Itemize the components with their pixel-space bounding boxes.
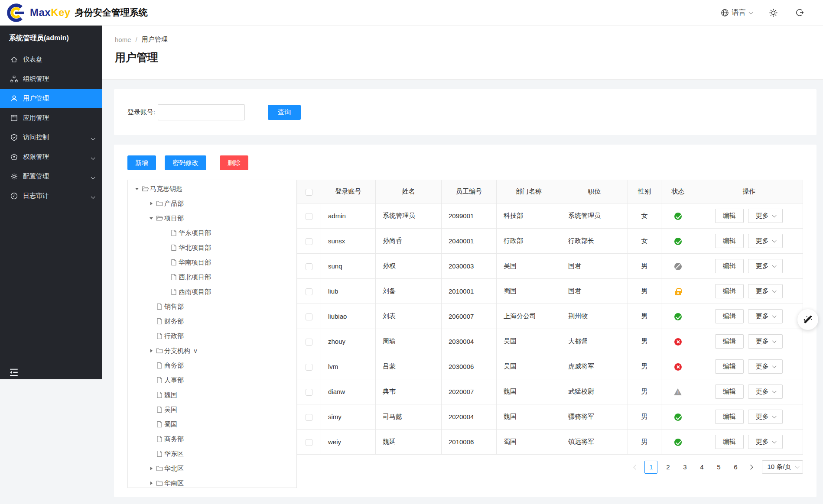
sidebar-item-audit[interactable]: 日志审计 <box>0 186 102 206</box>
row-checkbox[interactable] <box>306 263 312 270</box>
breadcrumb-home-link[interactable]: home <box>115 36 131 43</box>
edit-button[interactable]: 编辑 <box>715 359 744 374</box>
tree-node[interactable]: 人事部 <box>128 373 296 388</box>
edit-button[interactable]: 编辑 <box>715 435 744 449</box>
row-checkbox[interactable] <box>306 439 312 446</box>
more-button[interactable]: 更多 <box>748 334 783 349</box>
row-checkbox[interactable] <box>306 389 312 396</box>
tree-node[interactable]: 华东区 <box>128 446 296 461</box>
select-all-checkbox[interactable] <box>306 189 312 196</box>
sidebar-item-users[interactable]: 用户管理 <box>0 89 102 108</box>
tree-node[interactable]: 商务部 <box>128 432 296 446</box>
page-size-select[interactable]: 10 条/页 <box>762 460 803 474</box>
row-checkbox[interactable] <box>306 213 312 220</box>
tree-node[interactable]: 商务部 <box>128 358 296 373</box>
page-3-button[interactable]: 3 <box>678 461 691 474</box>
folder-open-icon <box>156 215 163 222</box>
sidebar-item-access[interactable]: 访问控制 <box>0 128 102 147</box>
magic-wand-fab-button[interactable] <box>797 309 818 330</box>
more-button[interactable]: 更多 <box>748 284 783 298</box>
tree-node[interactable]: 行政部 <box>128 329 296 343</box>
caret-down-icon[interactable] <box>132 188 142 190</box>
row-checkbox[interactable] <box>306 288 312 295</box>
edit-button[interactable]: 编辑 <box>715 384 744 399</box>
tree-node[interactable]: 销售部 <box>128 299 296 314</box>
tree-node[interactable]: 华北区 <box>128 461 296 476</box>
tree-node[interactable]: 西南项目部 <box>128 284 296 299</box>
row-checkbox[interactable] <box>306 414 312 421</box>
cell-position: 荆州牧 <box>561 304 628 329</box>
cell-actions: 编辑更多 <box>695 329 803 354</box>
row-checkbox[interactable] <box>306 339 312 346</box>
login-account-input[interactable] <box>158 104 245 120</box>
chevron-down-icon <box>772 238 776 242</box>
caret-right-icon[interactable] <box>146 349 156 352</box>
breadcrumb-current: 用户管理 <box>142 36 168 44</box>
row-checkbox[interactable] <box>306 364 312 371</box>
settings-gear-button[interactable] <box>769 8 778 17</box>
column-header: 操作 <box>695 180 803 204</box>
sidebar-item-apps[interactable]: 应用管理 <box>0 108 102 128</box>
cell-department: 行政部 <box>497 229 561 254</box>
sidebar-item-config[interactable]: 配置管理 <box>0 167 102 186</box>
tree-node[interactable]: 华南区 <box>128 476 296 488</box>
more-button[interactable]: 更多 <box>748 410 783 424</box>
more-button[interactable]: 更多 <box>748 209 783 223</box>
more-button[interactable]: 更多 <box>748 309 783 323</box>
sidebar-user-title: 系统管理员(admin) <box>0 26 102 50</box>
page-1-button[interactable]: 1 <box>644 461 657 474</box>
edit-button[interactable]: 编辑 <box>715 234 744 248</box>
row-checkbox[interactable] <box>306 313 312 320</box>
edit-button[interactable]: 编辑 <box>715 259 744 273</box>
more-button[interactable]: 更多 <box>748 384 783 399</box>
edit-button[interactable]: 编辑 <box>715 309 744 323</box>
language-selector[interactable]: 语言 <box>721 8 752 17</box>
edit-button[interactable]: 编辑 <box>715 209 744 223</box>
page-2-button[interactable]: 2 <box>661 461 674 474</box>
change-password-button[interactable]: 密码修改 <box>165 155 206 170</box>
caret-right-icon[interactable] <box>146 467 156 470</box>
sidebar-item-permissions[interactable]: 权限管理 <box>0 147 102 167</box>
tree-node[interactable]: 华南项目部 <box>128 255 296 270</box>
row-checkbox[interactable] <box>306 238 312 245</box>
app-header: MaxKey 身份安全管理系统 语言 <box>0 0 823 26</box>
cell-department: 蜀国 <box>497 430 561 455</box>
edit-button[interactable]: 编辑 <box>715 284 744 298</box>
tree-node[interactable]: 财务部 <box>128 314 296 329</box>
tree-node[interactable]: 产品部 <box>128 196 296 211</box>
more-button[interactable]: 更多 <box>748 435 783 449</box>
delete-button[interactable]: 删除 <box>220 155 248 170</box>
tree-node[interactable]: 分支机构_v <box>128 343 296 358</box>
tree-node[interactable]: 西北项目部 <box>128 270 296 284</box>
shield-icon <box>10 134 18 141</box>
caret-right-icon[interactable] <box>146 481 156 485</box>
sidebar-item-dashboard[interactable]: 仪表盘 <box>0 50 102 69</box>
edit-button[interactable]: 编辑 <box>715 410 744 424</box>
caret-down-icon[interactable] <box>146 217 156 220</box>
more-button[interactable]: 更多 <box>748 359 783 374</box>
tree-node[interactable]: 马克思钥匙 <box>128 181 296 196</box>
org-tree: 马克思钥匙产品部项目部华东项目部华北项目部华南项目部西北项目部西南项目部销售部财… <box>127 180 297 488</box>
more-button[interactable]: 更多 <box>748 259 783 273</box>
next-page-button[interactable] <box>746 465 755 469</box>
sidebar-item-org[interactable]: 组织管理 <box>0 69 102 89</box>
edit-button[interactable]: 编辑 <box>715 334 744 349</box>
tree-node[interactable]: 魏国 <box>128 388 296 402</box>
query-button[interactable]: 查询 <box>268 105 301 120</box>
prev-page-button[interactable] <box>631 465 641 469</box>
cell-name: 典韦 <box>376 379 442 404</box>
clock-icon <box>10 192 18 200</box>
add-button[interactable]: 新增 <box>127 155 156 170</box>
tree-node[interactable]: 华北项目部 <box>128 240 296 255</box>
collapse-sidebar-button[interactable] <box>9 368 19 377</box>
tree-node[interactable]: 蜀国 <box>128 417 296 432</box>
tree-node[interactable]: 项目部 <box>128 211 296 226</box>
logout-icon[interactable] <box>795 8 804 17</box>
tree-node[interactable]: 华东项目部 <box>128 226 296 240</box>
tree-node[interactable]: 吴国 <box>128 402 296 417</box>
caret-right-icon[interactable] <box>146 202 156 205</box>
page-4-button[interactable]: 4 <box>695 461 708 474</box>
page-5-button[interactable]: 5 <box>712 461 725 474</box>
page-6-button[interactable]: 6 <box>729 461 742 474</box>
more-button[interactable]: 更多 <box>748 234 783 248</box>
